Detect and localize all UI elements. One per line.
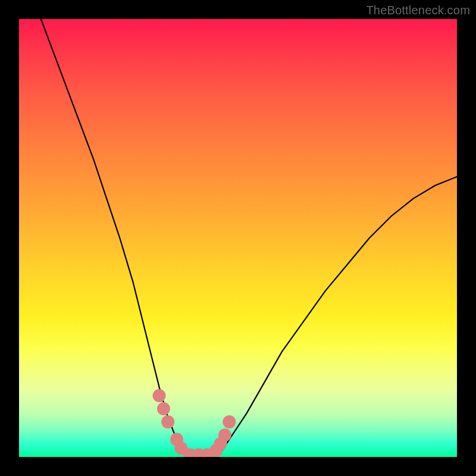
chart-frame: TheBottleneck.com (0, 0, 476, 476)
highlight-markers (153, 389, 236, 457)
bottleneck-curve (41, 19, 457, 457)
curve-layer (19, 19, 457, 457)
plot-area (19, 19, 457, 457)
marker-dot (157, 402, 170, 415)
marker-dot (161, 415, 174, 428)
marker-dot (223, 415, 236, 428)
marker-dot (218, 428, 231, 441)
marker-dot (153, 389, 166, 402)
watermark-text: TheBottleneck.com (366, 4, 470, 17)
